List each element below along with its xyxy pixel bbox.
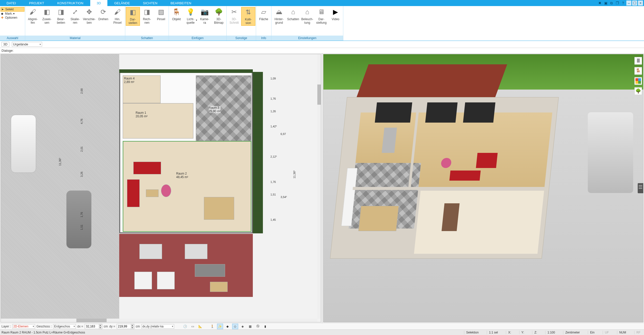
scrollbar-horizontal[interactable] bbox=[1, 319, 317, 322]
ribbon-group-sonstige: ✂3D- Schnitt ⇅Kolli- sion Sonstige bbox=[227, 6, 256, 41]
hin-pinsel-button[interactable]: 🖌Hin. Pinsel bbox=[110, 7, 125, 25]
spinner-down-icon[interactable]: ▼ bbox=[99, 327, 102, 329]
lichtquelle-button[interactable]: 💡Licht- quelle▾ bbox=[183, 7, 198, 25]
scrollbar-vertical[interactable] bbox=[317, 54, 321, 319]
spinner-down-icon[interactable]: ▼ bbox=[131, 327, 134, 329]
hintergrund-button[interactable]: ⛰Hinter- grund bbox=[272, 7, 286, 25]
spinner-up-icon[interactable]: ▲ bbox=[99, 324, 102, 327]
mark-tool[interactable]: ◆ Mark. ▾ bbox=[1, 12, 24, 16]
tool-icon[interactable]: ❐ bbox=[615, 1, 620, 6]
dy-field[interactable] bbox=[118, 324, 129, 328]
lower-toolbar: Layer : 2D-Elemen Geschoss : Erdgeschos … bbox=[0, 323, 644, 329]
move-icon: ✥ bbox=[85, 8, 94, 17]
menu-projekt[interactable]: PROJEKT bbox=[22, 0, 51, 6]
north-button[interactable]: Ⓝ bbox=[255, 324, 261, 329]
clock-icon: 🕒 bbox=[183, 325, 187, 328]
geschoss-dropdown[interactable]: Erdgeschos bbox=[53, 324, 76, 329]
3d-schnitt-button[interactable]: ✂3D- Schnitt bbox=[227, 7, 241, 25]
3d-bitmap-button[interactable]: 🌳3D- Bitmap bbox=[212, 7, 226, 25]
floorplan-2d-pane[interactable]: Raum 42,89 m² Raum 120,05 m² Raum 325,90… bbox=[1, 54, 321, 322]
verschieben-button[interactable]: ✥Verschie- ben bbox=[82, 7, 96, 25]
dining-table bbox=[204, 197, 234, 220]
prism2-button[interactable]: ◇ bbox=[232, 324, 238, 329]
spinner-up-icon[interactable]: ▲ bbox=[131, 324, 134, 327]
menu-gelaende[interactable]: GELÄNDE bbox=[108, 0, 136, 6]
darstellung-button[interactable]: 🖥Dar- stellung bbox=[314, 7, 328, 25]
status-ein: Ein bbox=[588, 331, 596, 334]
prism-button[interactable]: ◆ bbox=[225, 324, 231, 329]
layer-dropdown[interactable]: 2D-Elemen bbox=[12, 324, 35, 329]
rotate-icon: ⟳ bbox=[99, 8, 108, 17]
drehen-button[interactable]: ⟳Drehen bbox=[96, 7, 110, 22]
bearbeiten-button[interactable]: ◨Bear- beiten bbox=[54, 7, 68, 25]
plus-icon: ✚ bbox=[1, 16, 5, 19]
brush-icon: 🖌 bbox=[28, 8, 37, 17]
tool-icon[interactable]: ✖ bbox=[597, 1, 602, 6]
tool-icon[interactable]: ⧉ bbox=[609, 1, 614, 6]
video-button[interactable]: ▶Video bbox=[328, 7, 343, 22]
walk-button[interactable]: 🚶 bbox=[209, 324, 216, 329]
display-icon: 🖥 bbox=[317, 8, 326, 17]
pane-splitter[interactable] bbox=[322, 53, 323, 323]
window-3d bbox=[375, 102, 412, 123]
clock-button[interactable]: 🕒 bbox=[182, 324, 188, 329]
vbar-button[interactable]: ▮ bbox=[262, 324, 268, 329]
select-tool[interactable]: ➤ Selekt bbox=[1, 7, 24, 12]
screen-button[interactable]: ▭ bbox=[190, 324, 196, 329]
zuweisen-button[interactable]: ◧Zuwei- sen bbox=[40, 7, 54, 25]
schatten-button[interactable]: ⌂Schatten bbox=[286, 7, 300, 22]
layer-label: Layer : bbox=[2, 325, 11, 328]
menu-bearbeiten[interactable]: BEARBEITEN bbox=[164, 0, 198, 6]
terrace-table bbox=[210, 282, 228, 292]
status-scale: 1:100 bbox=[545, 331, 557, 334]
view-3d-pane[interactable] bbox=[323, 54, 644, 322]
geschoss-label: Geschoss : bbox=[37, 325, 52, 328]
rechnen-button[interactable]: ◨Rech- nen bbox=[140, 7, 154, 25]
menu-konstruktion[interactable]: KONSTRUKTION bbox=[51, 0, 90, 6]
layers-button[interactable]: ≣ bbox=[634, 57, 642, 65]
tool-icon[interactable]: ▣ bbox=[603, 1, 608, 6]
wand-button[interactable]: ✨ bbox=[217, 324, 223, 329]
skalieren-button[interactable]: ⤢Skalie- ren bbox=[68, 7, 82, 25]
darstellen-button[interactable]: ◧Dar- stellen bbox=[126, 7, 140, 26]
kollision-button[interactable]: ⇅Kolli- sion bbox=[241, 7, 255, 26]
cube-icon: ◧ bbox=[128, 8, 137, 17]
terrain-dropdown[interactable]: Urgelände bbox=[12, 42, 42, 47]
view-mode-box[interactable]: 3D bbox=[2, 42, 9, 47]
layers-icon: ≣ bbox=[636, 58, 640, 64]
maximize-icon[interactable]: ☐ bbox=[632, 1, 637, 6]
mark-icon: ◆ bbox=[1, 12, 5, 15]
grid-icon: ▦ bbox=[249, 325, 252, 328]
pinsel-button[interactable]: ▧Pinsel bbox=[154, 7, 168, 22]
prism3-icon: ◈ bbox=[241, 325, 244, 328]
palette-button[interactable] bbox=[634, 77, 642, 85]
objekt-button[interactable]: 🪑Objekt bbox=[169, 7, 183, 22]
plants-button[interactable]: 🌳 bbox=[634, 87, 642, 95]
menu-3d[interactable]: 3D bbox=[90, 0, 108, 6]
chair-icon: 🪑 bbox=[635, 68, 641, 74]
kamera-button[interactable]: 📷Kame- ra bbox=[198, 7, 212, 25]
terrace bbox=[119, 234, 253, 297]
wood-floor bbox=[408, 113, 552, 188]
help-icon[interactable]: ? bbox=[621, 1, 626, 6]
table-wood bbox=[146, 189, 159, 197]
close-icon[interactable]: × bbox=[638, 1, 643, 6]
menu-datei[interactable]: DATEI bbox=[0, 0, 22, 6]
beleuchtung-button[interactable]: ⌂Beleuch- tung bbox=[300, 7, 314, 25]
menu-sichten[interactable]: SICHTEN bbox=[136, 0, 164, 6]
chair-icon: 🪑 bbox=[172, 8, 181, 17]
slide-panel-handle[interactable] bbox=[638, 183, 643, 193]
status-num: NUM bbox=[617, 331, 628, 334]
coord-mode-dropdown[interactable]: dx,dy (relativ ka bbox=[141, 324, 174, 329]
minimize-icon[interactable]: – bbox=[626, 1, 631, 6]
options-tool[interactable]: ✚ Optionen bbox=[1, 16, 24, 20]
prism3-button[interactable]: ◈ bbox=[240, 324, 246, 329]
furniture-button[interactable]: 🪑 bbox=[634, 67, 642, 75]
flaeche-button[interactable]: ▱Fläche bbox=[257, 7, 271, 22]
dy-input[interactable]: ▲▼ bbox=[117, 324, 134, 329]
ruler-button[interactable]: 📐 bbox=[197, 324, 203, 329]
dx-input[interactable]: ▲▼ bbox=[85, 324, 102, 329]
dx-field[interactable] bbox=[86, 324, 97, 328]
abgreifen-button[interactable]: 🖌Abgrei- fen bbox=[26, 7, 40, 25]
grid-button[interactable]: ▦ bbox=[247, 324, 253, 329]
